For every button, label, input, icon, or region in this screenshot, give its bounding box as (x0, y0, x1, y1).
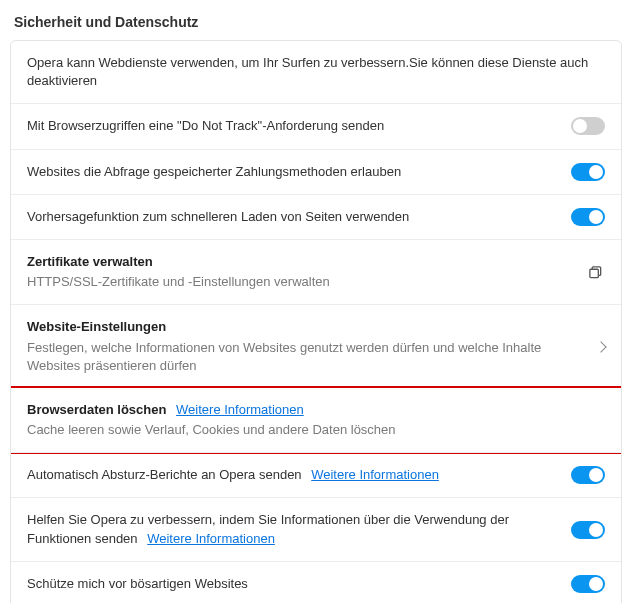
predict-row: Vorhersagefunktion zum schnelleren Laden… (11, 194, 621, 239)
site-settings-sub: Festlegen, welche Informationen von Webs… (27, 339, 585, 375)
clear-data-sub: Cache leeren sowie Verlauf, Cookies und … (27, 421, 605, 439)
clear-data-title: Browserdaten löschen (27, 402, 166, 417)
svg-rect-1 (589, 269, 597, 277)
predict-toggle[interactable] (571, 208, 605, 226)
clear-data-row[interactable]: Browserdaten löschen Weitere Information… (10, 386, 622, 454)
malware-label: Schütze mich vor bösartigen Websites (27, 575, 559, 593)
clear-data-text: Browserdaten löschen Weitere Information… (27, 401, 605, 439)
intro-row: Opera kann Webdienste verwenden, um Ihr … (11, 41, 621, 103)
dnt-toggle[interactable] (571, 117, 605, 135)
security-panel: Opera kann Webdienste verwenden, um Ihr … (10, 40, 622, 603)
predict-label: Vorhersagefunktion zum schnelleren Laden… (27, 208, 559, 226)
improve-text: Helfen Sie Opera zu verbessern, indem Si… (27, 511, 559, 547)
intro-text: Opera kann Webdienste verwenden, um Ihr … (27, 54, 605, 90)
payment-label: Websites die Abfrage gespeicherter Zahlu… (27, 163, 559, 181)
open-window-icon[interactable] (585, 262, 605, 282)
improve-row: Helfen Sie Opera zu verbessern, indem Si… (11, 497, 621, 560)
crash-more-link[interactable]: Weitere Informationen (311, 467, 439, 482)
dnt-label: Mit Browserzugriffen eine "Do Not Track"… (27, 117, 559, 135)
certs-text: Zertifikate verwalten HTTPS/SSL-Zertifik… (27, 253, 573, 291)
payment-toggle[interactable] (571, 163, 605, 181)
clear-data-more-link[interactable]: Weitere Informationen (176, 402, 304, 417)
certs-sub: HTTPS/SSL-Zertifikate und -Einstellungen… (27, 273, 573, 291)
payment-row: Websites die Abfrage gespeicherter Zahlu… (11, 149, 621, 194)
crash-toggle[interactable] (571, 466, 605, 484)
certs-title: Zertifikate verwalten (27, 253, 573, 271)
malware-toggle[interactable] (571, 575, 605, 593)
certs-row[interactable]: Zertifikate verwalten HTTPS/SSL-Zertifik… (11, 239, 621, 304)
improve-more-link[interactable]: Weitere Informationen (147, 531, 275, 546)
dnt-row: Mit Browserzugriffen eine "Do Not Track"… (11, 103, 621, 148)
site-settings-row[interactable]: Website-Einstellungen Festlegen, welche … (11, 304, 621, 388)
site-settings-title: Website-Einstellungen (27, 318, 585, 336)
malware-row: Schütze mich vor bösartigen Websites (11, 561, 621, 603)
page-title: Sicherheit und Datenschutz (0, 0, 632, 40)
chevron-right-icon (595, 341, 606, 352)
site-settings-text: Website-Einstellungen Festlegen, welche … (27, 318, 585, 375)
improve-toggle[interactable] (571, 521, 605, 539)
crash-text: Automatisch Absturz-Berichte an Opera se… (27, 466, 559, 484)
crash-row: Automatisch Absturz-Berichte an Opera se… (11, 452, 621, 497)
crash-label: Automatisch Absturz-Berichte an Opera se… (27, 467, 302, 482)
